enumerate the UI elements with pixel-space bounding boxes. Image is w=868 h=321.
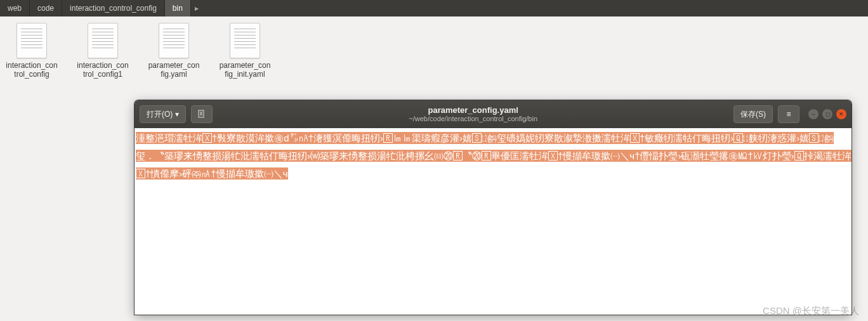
editor-selected-text: 湩整浥瑁濡牡洠🅇†斅寮散漠洠撳㊝d㌥㎁†㵔獲溟㒎晦扭牣›🅁㏐㏐渠璹瘕彦灌›嬉🅂㍤…: [136, 132, 852, 180]
text-file-icon: [230, 23, 260, 58]
hamburger-icon: ≡: [786, 110, 791, 119]
breadcrumb-interaction-control-config[interactable]: interaction_control_config: [62, 0, 165, 16]
text-file-icon: [88, 23, 118, 58]
open-button[interactable]: 打开(O) ▾: [140, 105, 186, 123]
open-button-label: 打开(O): [147, 109, 173, 120]
editor-window: 打开(O) ▾ parameter_config.yaml ~/web/code…: [135, 100, 852, 315]
window-title-path: ~/web/code/interaction_control_config/bi…: [218, 115, 728, 123]
breadcrumb-next-icon[interactable]: ▸: [191, 0, 202, 16]
file-grid: interaction_control_config interaction_c…: [0, 16, 868, 85]
file-item[interactable]: parameter_config_init.yaml: [218, 23, 272, 79]
save-button-label: 保存(S): [740, 109, 766, 120]
window-controls: – ◻ ✕: [808, 109, 846, 119]
text-file-icon: [16, 23, 47, 58]
menu-button[interactable]: ≡: [778, 105, 799, 123]
window-title-main: parameter_config.yaml: [218, 105, 728, 115]
window-title: parameter_config.yaml ~/web/code/interac…: [218, 105, 728, 124]
breadcrumb-web[interactable]: web: [0, 0, 30, 16]
new-document-icon: [197, 110, 206, 119]
chevron-down-icon: ▾: [175, 110, 179, 119]
file-label: parameter_config.yaml: [147, 61, 201, 79]
text-file-icon: [159, 23, 189, 58]
file-label: parameter_config_init.yaml: [218, 61, 272, 79]
maximize-button[interactable]: ◻: [822, 109, 832, 119]
breadcrumb-bin[interactable]: bin: [165, 0, 191, 16]
file-label: interaction_control_config: [5, 61, 58, 79]
minimize-button[interactable]: –: [808, 109, 819, 119]
file-item[interactable]: interaction_control_config1: [76, 23, 129, 79]
editor-content[interactable]: 湩整浥瑁濡牡洠🅇†斅寮散漠洠撳㊝d㌥㎁†㵔獲溟㒎晦扭牣›🅁㏐㏐渠璹瘕彦灌›嬉🅂㍤…: [135, 128, 852, 315]
breadcrumb-code[interactable]: code: [30, 0, 62, 16]
save-button[interactable]: 保存(S): [733, 105, 773, 123]
titlebar[interactable]: 打开(O) ▾ parameter_config.yaml ~/web/code…: [135, 100, 852, 128]
watermark: CSDN @长安第一美人: [763, 305, 859, 317]
new-tab-button[interactable]: [191, 105, 213, 123]
breadcrumb: web code interaction_control_config bin …: [0, 0, 868, 16]
file-item[interactable]: interaction_control_config: [5, 23, 58, 79]
file-label: interaction_control_config1: [76, 61, 129, 79]
close-button[interactable]: ✕: [836, 109, 846, 119]
file-item[interactable]: parameter_config.yaml: [147, 23, 201, 79]
